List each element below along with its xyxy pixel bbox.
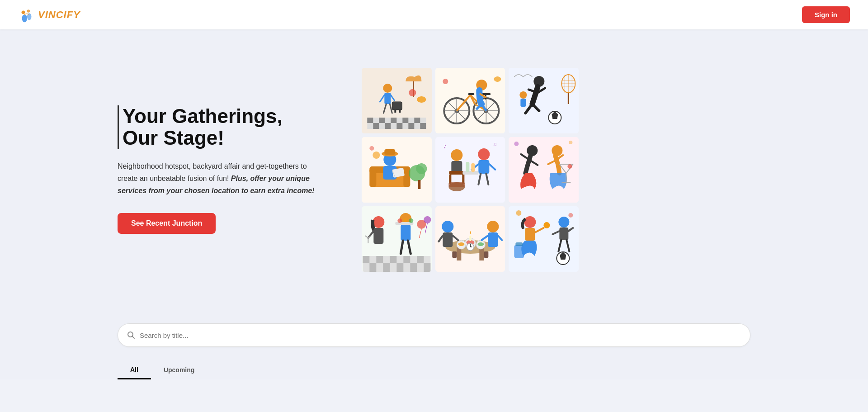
- tab-all[interactable]: All: [118, 360, 151, 379]
- grid-cell-cycling: [435, 68, 505, 133]
- svg-point-123: [397, 218, 402, 223]
- svg-rect-174: [560, 227, 569, 240]
- svg-rect-129: [363, 256, 369, 263]
- svg-point-90: [478, 148, 490, 160]
- svg-rect-16: [367, 118, 373, 123]
- svg-point-85: [451, 149, 462, 161]
- svg-rect-165: [484, 251, 488, 258]
- svg-point-124: [404, 218, 407, 222]
- svg-rect-22: [385, 123, 391, 129]
- svg-point-140: [424, 216, 431, 223]
- svg-point-150: [458, 242, 464, 246]
- svg-point-1: [27, 13, 31, 20]
- svg-rect-91: [478, 160, 489, 174]
- svg-rect-19: [402, 118, 408, 123]
- hero-content: Your Gatherings, Our Stage! Neighborhood…: [118, 105, 326, 234]
- svg-rect-78: [384, 149, 395, 155]
- svg-line-184: [132, 336, 135, 339]
- svg-point-179: [516, 210, 522, 216]
- svg-point-26: [409, 89, 416, 96]
- svg-point-50: [494, 76, 501, 82]
- search-input[interactable]: [140, 331, 741, 339]
- svg-point-160: [487, 221, 499, 232]
- svg-rect-134: [369, 263, 376, 272]
- svg-rect-17: [379, 118, 385, 123]
- svg-rect-25: [420, 123, 426, 129]
- svg-point-110: [514, 142, 519, 146]
- grid-cell-garden: [362, 137, 432, 203]
- svg-rect-103: [510, 137, 578, 203]
- svg-point-125: [409, 218, 413, 223]
- svg-text:♪: ♪: [443, 142, 447, 150]
- logo-text: VINCIFY: [38, 9, 80, 21]
- svg-rect-164: [452, 251, 457, 258]
- svg-rect-138: [424, 263, 430, 272]
- svg-rect-161: [488, 232, 498, 247]
- svg-rect-51: [510, 68, 578, 133]
- svg-rect-96: [462, 171, 478, 175]
- svg-rect-131: [390, 256, 396, 263]
- svg-rect-12: [392, 102, 402, 110]
- hero-image-grid: ♪ ♫: [362, 68, 579, 272]
- svg-rect-169: [525, 228, 535, 241]
- svg-rect-130: [376, 256, 383, 263]
- svg-rect-135: [383, 263, 390, 272]
- svg-rect-132: [403, 256, 410, 263]
- grid-cell-dining: [435, 206, 505, 272]
- svg-point-80: [416, 163, 427, 174]
- svg-point-49: [443, 79, 448, 84]
- see-recent-junction-button[interactable]: See Recent Junction: [118, 213, 216, 234]
- svg-rect-14: [399, 110, 401, 113]
- grid-cell-games: [509, 206, 579, 272]
- svg-point-3: [27, 9, 30, 13]
- hero-description: Neighborhood hotspot, backyard affair an…: [118, 160, 326, 197]
- svg-rect-23: [396, 123, 402, 129]
- logo: VINCIFY: [18, 6, 80, 24]
- svg-rect-182: [516, 242, 523, 246]
- svg-rect-18: [391, 118, 396, 123]
- search-section: [0, 310, 868, 356]
- logo-icon: [18, 6, 35, 24]
- tabs-section: All Upcoming: [0, 356, 868, 379]
- svg-point-6: [383, 84, 392, 93]
- svg-point-152: [477, 242, 484, 246]
- svg-rect-166: [469, 236, 471, 241]
- svg-point-156: [442, 221, 453, 232]
- grid-cell-party: [362, 206, 432, 272]
- svg-point-173: [559, 217, 570, 227]
- svg-point-180: [569, 213, 573, 218]
- svg-point-2: [22, 10, 25, 14]
- svg-rect-98: [471, 163, 475, 172]
- tab-upcoming[interactable]: Upcoming: [151, 360, 207, 379]
- svg-point-66: [520, 91, 527, 99]
- svg-point-171: [544, 222, 550, 228]
- svg-rect-71: [369, 169, 376, 187]
- navbar: VINCIFY Sign in: [0, 0, 868, 29]
- grid-cell-sports: [509, 68, 579, 133]
- sign-in-button[interactable]: Sign in: [802, 6, 850, 23]
- svg-rect-157: [443, 232, 453, 247]
- svg-point-168: [524, 216, 536, 228]
- svg-point-107: [552, 145, 563, 156]
- svg-point-0: [22, 14, 27, 22]
- grid-cell-travel: [362, 68, 432, 133]
- svg-rect-102: [448, 182, 465, 187]
- svg-rect-81: [418, 180, 420, 189]
- svg-point-114: [568, 164, 572, 169]
- svg-rect-97: [466, 162, 469, 172]
- svg-rect-13: [394, 110, 396, 113]
- svg-point-82: [373, 152, 380, 159]
- svg-rect-181: [514, 245, 524, 258]
- svg-rect-20: [414, 118, 420, 123]
- svg-rect-136: [396, 263, 403, 272]
- hero-title: Your Gatherings, Our Stage!: [118, 105, 326, 149]
- svg-point-104: [527, 145, 538, 156]
- grid-cell-dance: [509, 137, 579, 203]
- svg-rect-121: [401, 225, 410, 241]
- svg-rect-67: [521, 99, 526, 107]
- svg-rect-24: [408, 123, 414, 129]
- hero-section: Your Gatherings, Our Stage! Neighborhood…: [0, 29, 868, 310]
- svg-text:♫: ♫: [493, 141, 497, 147]
- svg-rect-133: [417, 256, 424, 263]
- svg-rect-137: [410, 263, 417, 272]
